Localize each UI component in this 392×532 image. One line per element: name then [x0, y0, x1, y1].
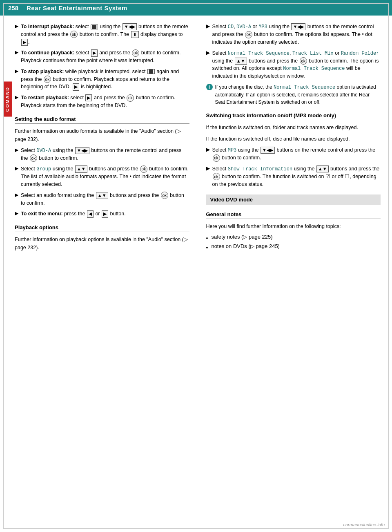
bold-label: To interrupt playback:	[21, 24, 74, 29]
ok-icon: ok	[213, 154, 220, 162]
bullet-text: To continue playback: select ▶ and press…	[21, 49, 189, 65]
bold-label: To exit the menu:	[21, 211, 63, 217]
bullet-arrow: ▶	[206, 50, 210, 56]
track-para1: If the function is switched on, folder a…	[206, 123, 381, 132]
bold-label: To stop playback:	[21, 69, 64, 74]
page-number: 258	[7, 4, 20, 11]
code-dvda2: DVD-A	[236, 24, 251, 30]
section-heading-track: Switching track information on/off (MP3 …	[206, 112, 381, 120]
code-dvda: DVD-A	[36, 148, 51, 154]
dot-item: • notes on DVDs (▷ page 245)	[206, 243, 381, 251]
list-item: ▶ Select DVD-A using the ▼◀▶ buttons on …	[15, 147, 189, 162]
play-icon: ▶	[21, 39, 28, 46]
right-icon: ▶	[102, 210, 108, 217]
ok-button-icon: ok	[127, 94, 134, 102]
play-icon: ▶	[73, 83, 79, 90]
bullet-arrow: ▶	[206, 165, 210, 171]
bullet-text: To stop playback: while playback is inte…	[21, 68, 189, 91]
nav3-icon: ▼◀▶	[291, 23, 305, 30]
code-sti: Show Track Information	[228, 166, 292, 172]
bullet-text: Select Group using the ▲▼ buttons and pr…	[21, 165, 189, 188]
general-intro: Here you will find further information o…	[206, 222, 381, 230]
code-nts: Normal Track Sequence	[228, 51, 290, 56]
ok-icon: ok	[140, 165, 147, 173]
page-title: Rear Seat Entertainment System	[27, 4, 127, 11]
code-nts3: Normal Track Sequence	[274, 85, 335, 90]
info-text: If you change the disc, the Normal Track…	[215, 83, 381, 106]
main-content: ▶ To interrupt playback: select using th…	[0, 16, 392, 262]
comand-tab: COMAND	[3, 82, 12, 117]
code-rf: Random Folder	[341, 51, 379, 56]
nav-buttons-icon: ▼◀▶	[122, 23, 137, 30]
left-icon: ◀	[87, 210, 94, 217]
updown-icon: ▲▼	[96, 192, 108, 199]
play-icon: ▶	[85, 94, 92, 101]
code-tlm: Track List Mix	[292, 51, 334, 56]
list-item: ▶ Select MP3 using the ▼◀▶ buttons on th…	[206, 146, 381, 162]
bullet-text: Select DVD-A using the ▼◀▶ buttons on th…	[21, 147, 189, 162]
play-icon: ▶	[91, 49, 98, 56]
list-item: ▶ To continue playback: select ▶ and pre…	[15, 49, 189, 65]
bullet-text: Select CD, DVD-A or MP3 using the ▼◀▶ bu…	[212, 23, 381, 46]
list-item: ▶ Select Show Track Information using th…	[206, 165, 381, 188]
list-item: ▶ Select an audio format using the ▲▼ bu…	[15, 192, 189, 207]
section-heading-audio: Setting the audio format	[15, 116, 189, 124]
list-item: ▶ To exit the menu: press the ◀ or ▶ but…	[15, 210, 189, 218]
bullet-text: Select MP3 using the ▼◀▶ buttons on the …	[212, 146, 381, 162]
bullet-text: Select an audio format using the ▲▼ butt…	[21, 192, 189, 207]
list-item: ▶ Select Group using the ▲▼ buttons and …	[15, 165, 189, 188]
updown-icon: ▲▼	[235, 58, 247, 65]
dot-text: notes on DVDs (▷ page 245)	[211, 243, 280, 249]
bullet-text: To interrupt playback: select using the …	[21, 23, 189, 46]
dot-bullet: •	[206, 235, 208, 241]
bullet-arrow: ▶	[15, 165, 18, 171]
dot-bullet: •	[206, 244, 208, 251]
bullet-arrow: ▶	[15, 49, 18, 55]
bold-label: To continue playback:	[21, 50, 74, 56]
watermark: carmanualonline.info	[343, 522, 385, 527]
right-column: ▶ Select CD, DVD-A or MP3 using the ▼◀▶ …	[202, 23, 381, 255]
video-dvd-box: Video DVD mode	[206, 194, 381, 205]
nav3-icon: ▼◀▶	[75, 147, 89, 154]
bullet-arrow: ▶	[15, 192, 18, 198]
ok-button-icon: ok	[70, 31, 78, 38]
dot-text: safety notes (▷ page 225)	[211, 234, 272, 240]
code-mp32: MP3	[228, 148, 237, 153]
page-header: 258 Rear Seat Entertainment System	[0, 0, 392, 16]
code-cd: CD	[228, 24, 234, 30]
ok-icon: ok	[213, 173, 220, 180]
playback-intro: Further information on playback options …	[15, 235, 189, 252]
list-item: ▶ To restart playback: select ▶ and pres…	[15, 94, 189, 110]
bold-label: To restart playback:	[21, 95, 69, 101]
ok-icon: ok	[161, 192, 168, 199]
stop-icon	[147, 69, 155, 74]
section-heading-playback: Playback options	[15, 224, 189, 232]
ok-icon: ok	[245, 31, 252, 38]
bullet-arrow: ▶	[15, 23, 18, 29]
bullet-arrow: ▶	[15, 94, 18, 100]
bullet-text: Select Normal Track Sequence, Track List…	[212, 49, 381, 80]
bullet-arrow: ▶	[15, 68, 18, 74]
bullet-arrow: ▶	[206, 23, 210, 29]
code-mp3: MP3	[258, 24, 267, 30]
bullet-text: To restart playback: select ▶ and press …	[21, 94, 189, 110]
stop-button-icon	[91, 25, 98, 29]
list-item: ▶ Select Normal Track Sequence, Track Li…	[206, 49, 381, 80]
bullet-arrow: ▶	[15, 147, 18, 153]
bullet-arrow: ▶	[206, 147, 210, 152]
info-icon: i	[206, 84, 213, 90]
list-item: ▶ To interrupt playback: select using th…	[15, 23, 189, 46]
nav3-icon: ▼◀▶	[261, 147, 275, 154]
info-item: i If you change the disc, the Normal Tra…	[206, 83, 381, 106]
left-column: ▶ To interrupt playback: select using th…	[15, 23, 194, 255]
pause-icon: ⏸	[131, 31, 139, 38]
track-para2: If the function is switched off, disc an…	[206, 135, 381, 143]
code-group: Group	[36, 166, 51, 172]
ok-button-icon: ok	[132, 49, 139, 57]
bullet-arrow: ▶	[15, 210, 18, 216]
bullet-text: To exit the menu: press the ◀ or ▶ butto…	[21, 210, 126, 218]
code-nts2: Normal Track Sequence	[283, 66, 345, 72]
ok-icon: ok	[300, 57, 307, 65]
audio-intro: Further information on audio formats is …	[15, 127, 189, 143]
section-heading-general: General notes	[206, 211, 381, 219]
